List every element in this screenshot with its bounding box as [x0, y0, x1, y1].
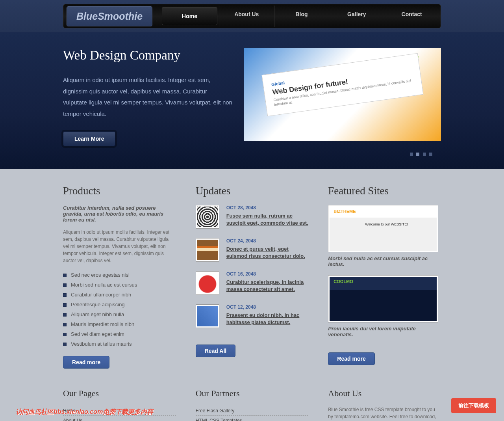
featured-list: BIZTHEME Welcome to our WEBSITE! Morbi s… [328, 205, 441, 337]
products-body: Aliquam in odio ut ipsum mollis facilisi… [63, 229, 176, 264]
products-heading: Products [63, 185, 176, 197]
update-link[interactable]: Praesent eu dolor nibh. In hac habitasse… [226, 312, 300, 325]
update-link[interactable]: Fusce sem nulla, rutrum ac suscipit eget… [226, 213, 308, 226]
featured-column: Featured Sites BIZTHEME Welcome to our W… [328, 185, 441, 369]
list-item: Pellentesque adipiscing [63, 300, 176, 309]
watermark-text: 访问血鸟社区bbs.xienlao.com免费下载更多内容 [16, 408, 153, 416]
featured-thumbnail[interactable]: COOLMO [328, 275, 438, 322]
download-template-button[interactable]: 前往下载模板 [451, 398, 496, 413]
hero-section: Web Design Company Aliquam in odio ut ip… [0, 32, 504, 169]
logo[interactable]: BlueSmoothie [67, 6, 152, 26]
read-more-button[interactable]: Read more [328, 352, 374, 365]
update-item: OCT 24, 2048 Donec et purus velit, eget … [196, 238, 309, 262]
update-item: OCT 12, 2048 Praesent eu dolor nibh. In … [196, 304, 309, 328]
nav-gallery[interactable]: Gallery [329, 6, 384, 27]
update-thumbnail[interactable] [196, 304, 219, 328]
updates-list: OCT 28, 2048 Fusce sem nulla, rutrum ac … [196, 205, 309, 328]
read-more-button[interactable]: Read more [63, 356, 109, 369]
header-bar: BlueSmoothie Home About Us Blog Gallery … [0, 0, 504, 32]
update-date: OCT 24, 2048 [226, 238, 309, 244]
footer-pages-heading: Our Pages [63, 388, 176, 401]
nav-blog[interactable]: Blog [274, 6, 329, 27]
footer-partners-heading: Our Partners [196, 388, 309, 401]
hero: Web Design Company Aliquam in odio ut ip… [63, 48, 441, 146]
list-item: Curabitur ullamcorper nibh [63, 290, 176, 300]
header: BlueSmoothie Home About Us Blog Gallery … [63, 4, 441, 28]
hero-text: Web Design Company Aliquam in odio ut ip… [63, 48, 232, 146]
products-intro: Curabitur interdum, nulla sed posuere gr… [63, 205, 176, 223]
slider-dot[interactable] [416, 153, 419, 156]
featured-thumbnail[interactable]: BIZTHEME Welcome to our WEBSITE! [328, 205, 438, 252]
footer-link[interactable]: HTML CSS Templates [196, 416, 309, 421]
footer-link[interactable]: Free Flash Gallery [196, 406, 309, 416]
slider-dot[interactable] [410, 153, 413, 156]
list-item: Sed nec eros egestas nisl [63, 270, 176, 280]
list-item: Sed vel diam eget enim [63, 329, 176, 339]
slider-dot[interactable] [429, 153, 432, 156]
slider-dot[interactable] [423, 153, 426, 156]
update-link[interactable]: Donec et purus velit, eget euismod risus… [226, 246, 305, 259]
update-link[interactable]: Curabitur scelerisque, in lacinia massa … [226, 279, 304, 292]
update-date: OCT 12, 2048 [226, 304, 309, 310]
read-all-button[interactable]: Read All [196, 345, 236, 357]
update-thumbnail[interactable] [196, 238, 219, 262]
featured-caption: Morbi sed nulla ac est cursus suscipit a… [328, 255, 441, 267]
updates-column: Updates OCT 28, 2048 Fusce sem nulla, ru… [196, 185, 309, 369]
list-item: Morbi sed nulla ac est cursus [63, 280, 176, 290]
products-column: Products Curabitur interdum, nulla sed p… [63, 185, 176, 369]
learn-more-button[interactable]: Learn More [63, 131, 115, 146]
main-columns: Products Curabitur interdum, nulla sed p… [63, 169, 441, 380]
list-item: Aliquam eget nibh nulla [63, 309, 176, 319]
featured-heading: Featured Sites [328, 185, 441, 197]
slider-pagination [63, 150, 441, 157]
footer-partners-list: Free Flash GalleryHTML CSS TemplatesWeb … [196, 406, 309, 421]
hero-image: ✓ Global Web Design for future! Curabitu… [244, 48, 441, 141]
footer-about-text: Blue Smoothie is free CSS template broug… [328, 406, 441, 421]
products-list: Sed nec eros egestas nisl Morbi sed null… [63, 270, 176, 349]
featured-item: BIZTHEME Welcome to our WEBSITE! Morbi s… [328, 205, 441, 267]
footer-about: About Us Blue Smoothie is free CSS templ… [328, 388, 441, 421]
list-item: Mauris imperdiet mollis nibh [63, 319, 176, 329]
update-date: OCT 16, 2048 [226, 271, 309, 277]
hero-image-card: Global Web Design for future! Curabitur … [262, 53, 424, 117]
footer-link[interactable]: About Us [63, 416, 176, 421]
nav-contact[interactable]: Contact [384, 6, 439, 27]
hero-title: Web Design Company [63, 48, 232, 63]
update-thumbnail[interactable] [196, 205, 219, 229]
footer-partners: Our Partners Free Flash GalleryHTML CSS … [196, 388, 309, 421]
update-date: OCT 28, 2048 [226, 205, 309, 210]
updates-heading: Updates [196, 185, 309, 197]
nav-home[interactable]: Home [162, 7, 217, 25]
main-nav: Home About Us Blog Gallery Contact [160, 6, 439, 27]
featured-caption: Proin iaculis dui vel lorem vulputate ve… [328, 326, 441, 337]
nav-about[interactable]: About Us [219, 6, 274, 27]
update-item: OCT 28, 2048 Fusce sem nulla, rutrum ac … [196, 205, 309, 229]
update-thumbnail[interactable] [196, 271, 219, 295]
update-item: OCT 16, 2048 Curabitur scelerisque, in l… [196, 271, 309, 295]
list-item: Vestibulum at tellus mauris [63, 339, 176, 349]
footer-about-heading: About Us [328, 388, 441, 401]
hero-body: Aliquam in odio ut ipsum mollis facilisi… [63, 75, 232, 119]
featured-item: COOLMO Proin iaculis dui vel lorem vulpu… [328, 275, 441, 337]
